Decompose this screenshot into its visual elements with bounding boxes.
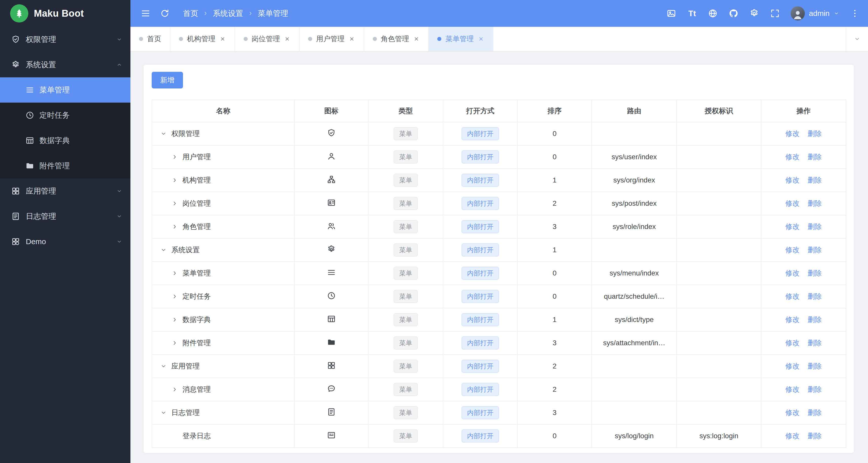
- sidebar-item-label: 系统设置: [26, 60, 116, 70]
- edit-link[interactable]: 修改: [785, 176, 800, 184]
- close-tab-icon[interactable]: ×: [284, 35, 291, 43]
- tab-item[interactable]: 首页: [130, 27, 170, 51]
- expand-row-icon[interactable]: [172, 153, 179, 161]
- chevron-down-icon: [116, 213, 122, 219]
- sidebar-item[interactable]: 系统设置: [0, 52, 130, 78]
- type-tag: 菜单: [394, 336, 418, 349]
- delete-link[interactable]: 删除: [808, 432, 822, 440]
- edit-link[interactable]: 修改: [785, 292, 800, 300]
- more-vertical-icon[interactable]: [850, 8, 860, 19]
- screenshot-icon[interactable]: [666, 8, 676, 19]
- delete-link[interactable]: 删除: [808, 223, 822, 230]
- edit-link[interactable]: 修改: [785, 432, 800, 440]
- breadcrumb-item[interactable]: 首页: [183, 8, 198, 19]
- expand-row-icon[interactable]: [172, 199, 179, 207]
- github-icon[interactable]: [728, 8, 739, 19]
- delete-link[interactable]: 删除: [808, 130, 822, 137]
- tab-item[interactable]: 机构管理×: [170, 27, 235, 51]
- refresh-icon[interactable]: [160, 8, 170, 19]
- edit-link[interactable]: 修改: [785, 199, 800, 207]
- edit-link[interactable]: 修改: [785, 362, 800, 370]
- font-size-icon[interactable]: Tt: [687, 8, 697, 19]
- delete-link[interactable]: 删除: [808, 199, 822, 207]
- edit-link[interactable]: 修改: [785, 385, 800, 393]
- user-menu[interactable]: admin: [790, 6, 839, 21]
- tab-label: 用户管理: [316, 34, 344, 44]
- tab-dot-icon: [437, 37, 441, 41]
- avatar-person-icon: [792, 8, 804, 21]
- breadcrumb-item[interactable]: 系统设置: [213, 8, 243, 19]
- collapse-row-icon[interactable]: [160, 409, 168, 416]
- sidebar-item[interactable]: 日志管理: [0, 204, 130, 229]
- close-tab-icon[interactable]: ×: [413, 35, 420, 43]
- edit-link[interactable]: 修改: [785, 153, 800, 161]
- delete-link[interactable]: 删除: [808, 385, 822, 393]
- add-button[interactable]: 新增: [152, 72, 183, 88]
- route-value: [592, 122, 677, 145]
- tab-item[interactable]: 用户管理×: [300, 27, 364, 51]
- delete-link[interactable]: 删除: [808, 316, 822, 323]
- sidebar-subitem[interactable]: 数据字典: [0, 128, 130, 153]
- collapse-menu-icon[interactable]: [141, 8, 151, 19]
- sidebar-item[interactable]: Demo: [0, 229, 130, 254]
- expand-row-icon[interactable]: [172, 223, 179, 230]
- edit-link[interactable]: 修改: [785, 316, 800, 323]
- delete-link[interactable]: 删除: [808, 362, 822, 370]
- expand-row-icon[interactable]: [172, 177, 179, 184]
- expand-row-icon[interactable]: [172, 270, 179, 277]
- collapse-row-icon[interactable]: [160, 246, 168, 254]
- edit-link[interactable]: 修改: [785, 223, 800, 230]
- delete-link[interactable]: 删除: [808, 246, 822, 254]
- table-row: 用户管理菜单内部打开0sys/user/index修改删除: [152, 145, 846, 168]
- open-type-tag: 内部打开: [462, 429, 499, 442]
- app-logo[interactable]: Maku Boot: [0, 0, 130, 27]
- edit-link[interactable]: 修改: [785, 269, 800, 277]
- sidebar-subitem[interactable]: 附件管理: [0, 153, 130, 179]
- table-row: 系统设置菜单内部打开1修改删除: [152, 238, 846, 261]
- log-icon: [327, 407, 336, 416]
- type-tag: 菜单: [394, 267, 418, 280]
- table-row: 菜单管理菜单内部打开0sys/menu/index修改删除: [152, 261, 846, 285]
- table-row: 消息管理菜单内部打开2修改删除: [152, 378, 846, 401]
- sort-value: 0: [518, 424, 592, 447]
- delete-link[interactable]: 删除: [808, 153, 822, 161]
- route-value: [592, 354, 677, 378]
- tab-item[interactable]: 岗位管理×: [235, 27, 300, 51]
- collapse-row-icon[interactable]: [160, 130, 168, 137]
- fullscreen-icon[interactable]: [770, 8, 780, 19]
- expand-row-icon[interactable]: [172, 292, 179, 300]
- sidebar-item[interactable]: 权限管理: [0, 27, 130, 52]
- delete-link[interactable]: 删除: [808, 176, 822, 184]
- chevron-down-icon: [116, 36, 122, 42]
- sidebar-subitem-label: 附件管理: [39, 161, 70, 171]
- delete-link[interactable]: 删除: [808, 269, 822, 277]
- tab-item[interactable]: 角色管理×: [364, 27, 429, 51]
- auth-value: [677, 401, 761, 424]
- sidebar-item-label: 权限管理: [26, 34, 116, 45]
- settings-icon[interactable]: [749, 8, 759, 19]
- edit-link[interactable]: 修改: [785, 130, 800, 137]
- tabs-dropdown-button[interactable]: [846, 27, 868, 51]
- breadcrumb-item[interactable]: 菜单管理: [258, 8, 288, 19]
- edit-link[interactable]: 修改: [785, 339, 800, 347]
- sidebar-subitem[interactable]: 菜单管理: [0, 78, 130, 102]
- delete-link[interactable]: 删除: [808, 409, 822, 416]
- type-tag: 菜单: [394, 360, 418, 373]
- column-header: 操作: [761, 100, 846, 122]
- expand-row-icon[interactable]: [172, 385, 179, 393]
- sidebar-subitem[interactable]: 定时任务: [0, 102, 130, 128]
- globe-icon[interactable]: [708, 8, 718, 19]
- column-header: 图标: [294, 100, 368, 122]
- collapse-row-icon[interactable]: [160, 363, 168, 370]
- edit-link[interactable]: 修改: [785, 409, 800, 416]
- close-tab-icon[interactable]: ×: [219, 35, 226, 43]
- expand-row-icon[interactable]: [172, 316, 179, 323]
- sidebar-item[interactable]: 应用管理: [0, 179, 130, 204]
- close-tab-icon[interactable]: ×: [348, 35, 355, 43]
- tab-item[interactable]: 菜单管理×: [429, 27, 493, 51]
- delete-link[interactable]: 删除: [808, 339, 822, 347]
- expand-row-icon[interactable]: [172, 339, 179, 347]
- delete-link[interactable]: 删除: [808, 292, 822, 300]
- close-tab-icon[interactable]: ×: [478, 35, 484, 43]
- edit-link[interactable]: 修改: [785, 246, 800, 254]
